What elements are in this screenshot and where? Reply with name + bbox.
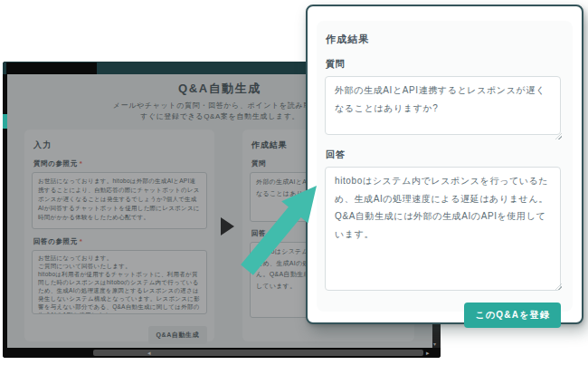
- horizontal-scrollbar[interactable]: ◂ ▸: [3, 348, 441, 358]
- scroll-down-icon[interactable]: ▾: [433, 341, 436, 347]
- zoom-callout-arrow-icon: [233, 175, 324, 282]
- scroll-left-icon[interactable]: ◂: [147, 349, 151, 357]
- horizontal-scrollbar-thumb[interactable]: [93, 350, 423, 356]
- result-popup-card: 作成結果 質問 外部の生成AIとAPI連携するとレスポンスが遅くなることはありま…: [317, 21, 573, 312]
- result-popup: 作成結果 質問 外部の生成AIとAPI連携するとレスポンスが遅くなることはありま…: [306, 5, 583, 324]
- scroll-right-icon[interactable]: ▸: [426, 349, 430, 357]
- popup-question-textarea[interactable]: 外部の生成AIとAPI連携するとレスポンスが遅くなることはありますか?: [325, 76, 561, 135]
- popup-actions: このQ&Aを登録: [325, 303, 561, 328]
- popup-answer-textarea[interactable]: hitoboはシステム内でレスポンスを行っているため、生成AIの処理速度による遅…: [325, 167, 561, 291]
- popup-title: 作成結果: [326, 33, 561, 46]
- browser-tab[interactable]: [6, 62, 97, 74]
- screenshot-canvas: Q&A自動生成 メールやチャットの質問・回答から、ポイントを読み取り、 すぐに登…: [0, 0, 588, 365]
- register-qa-button[interactable]: このQ&Aを登録: [464, 303, 561, 328]
- popup-question-label: 質問: [326, 58, 561, 71]
- popup-answer-label: 回答: [326, 149, 561, 161]
- side-feedback-tab[interactable]: [3, 114, 7, 129]
